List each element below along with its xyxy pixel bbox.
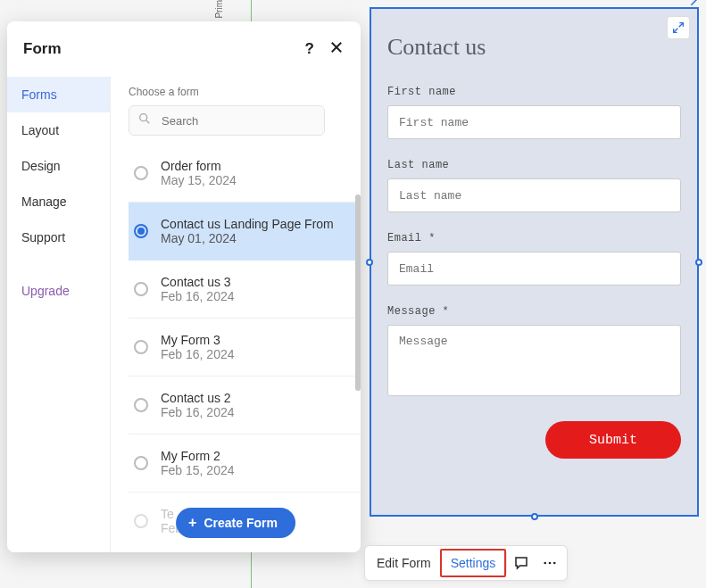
submit-button[interactable]: Submit: [545, 421, 681, 459]
settings-button[interactable]: Settings: [440, 549, 507, 577]
edit-form-button[interactable]: Edit Form: [368, 549, 440, 577]
form-item-date: Feb 16, 2024: [161, 289, 235, 303]
form-item-name: My Form 2: [161, 449, 235, 463]
panel-sidebar: Forms Layout Design Manage Support Upgra…: [7, 77, 111, 552]
message-label: Message *: [387, 305, 681, 318]
form-item-name: My Form 3: [161, 333, 235, 347]
last-name-label: Last name: [387, 159, 681, 171]
form-row[interactable]: My Form 3 Feb 16, 2024: [129, 319, 361, 377]
choose-form-label: Choose a form: [129, 86, 361, 98]
email-label: Email *: [387, 232, 681, 244]
create-form-button[interactable]: + Create Form: [176, 508, 295, 538]
radio-icon[interactable]: [134, 456, 148, 470]
form-item-date: May 01, 2024: [161, 231, 334, 245]
svg-point-2: [140, 114, 147, 121]
form-item-name: Contact us 2: [161, 391, 235, 405]
sidebar-item-manage[interactable]: Manage: [7, 184, 110, 219]
radio-icon[interactable]: [134, 224, 148, 238]
sidebar-item-upgrade[interactable]: Upgrade: [7, 273, 110, 309]
radio-icon[interactable]: [134, 282, 148, 296]
comment-icon[interactable]: [507, 549, 536, 577]
sidebar-item-forms[interactable]: Forms: [7, 77, 110, 112]
radio-icon[interactable]: [134, 398, 148, 412]
message-textarea[interactable]: [387, 325, 681, 396]
first-name-label: First name: [387, 86, 681, 98]
element-toolbar: Edit Form Settings: [364, 545, 568, 581]
panel-title: Form: [23, 40, 62, 58]
radio-icon[interactable]: [134, 340, 148, 354]
scrollbar-thumb[interactable]: [355, 195, 361, 391]
form-row[interactable]: Order form May 15, 2024: [129, 145, 361, 203]
form-item-name: Order form: [161, 159, 237, 173]
resize-handle-right[interactable]: [695, 259, 702, 266]
svg-point-5: [549, 562, 552, 565]
form-row[interactable]: My Form 2 Feb 15, 2024: [129, 435, 361, 493]
form-item-date: Feb 16, 2024: [161, 405, 235, 419]
resize-handle-bottom[interactable]: [531, 513, 538, 520]
form-item-name: Contact us 3: [161, 275, 235, 289]
expand-button[interactable]: [667, 16, 690, 39]
plus-icon: +: [188, 515, 196, 531]
create-form-label: Create Form: [203, 516, 277, 530]
sidebar-item-layout[interactable]: Layout: [7, 112, 110, 148]
form-preview-canvas[interactable]: Contact us First name Last name Email * …: [370, 7, 699, 517]
rotate-handle-icon[interactable]: [689, 0, 702, 11]
form-item-date: Feb 15, 2024: [161, 463, 235, 477]
more-icon[interactable]: [536, 549, 564, 577]
svg-line-3: [146, 120, 149, 123]
form-item-name: Contact us Landing Page From: [161, 217, 334, 231]
search-input[interactable]: [129, 105, 325, 136]
close-icon[interactable]: [328, 39, 345, 59]
scrollbar[interactable]: [352, 145, 361, 552]
form-list-content: Choose a form Order form May 15, 2024: [111, 77, 361, 552]
first-name-input[interactable]: [387, 105, 681, 139]
resize-handle-left[interactable]: [366, 259, 373, 266]
svg-point-6: [553, 562, 556, 565]
form-item-date: Feb 16, 2024: [161, 347, 235, 361]
search-icon: [137, 112, 152, 129]
radio-icon[interactable]: [134, 166, 148, 180]
form-title: Contact us: [387, 34, 681, 61]
axis-label: Prim: [214, 0, 224, 19]
last-name-input[interactable]: [387, 178, 681, 212]
form-row[interactable]: Contact us 3 Feb 16, 2024: [129, 261, 361, 319]
form-item-date: May 15, 2024: [161, 173, 237, 187]
svg-point-4: [544, 562, 547, 565]
form-row[interactable]: Contact us 2 Feb 16, 2024: [129, 377, 361, 435]
form-list[interactable]: Order form May 15, 2024 Contact us Landi…: [129, 145, 361, 552]
email-input[interactable]: [387, 252, 681, 286]
form-selector-panel: Form ? Forms Layout Design Manage Suppor…: [7, 21, 361, 552]
help-icon[interactable]: ?: [305, 40, 314, 58]
form-row[interactable]: Contact us Landing Page From May 01, 202…: [129, 203, 361, 261]
radio-icon[interactable]: [134, 514, 148, 528]
sidebar-item-support[interactable]: Support: [7, 219, 110, 255]
panel-header: Form ?: [7, 21, 361, 77]
sidebar-item-design[interactable]: Design: [7, 148, 110, 184]
